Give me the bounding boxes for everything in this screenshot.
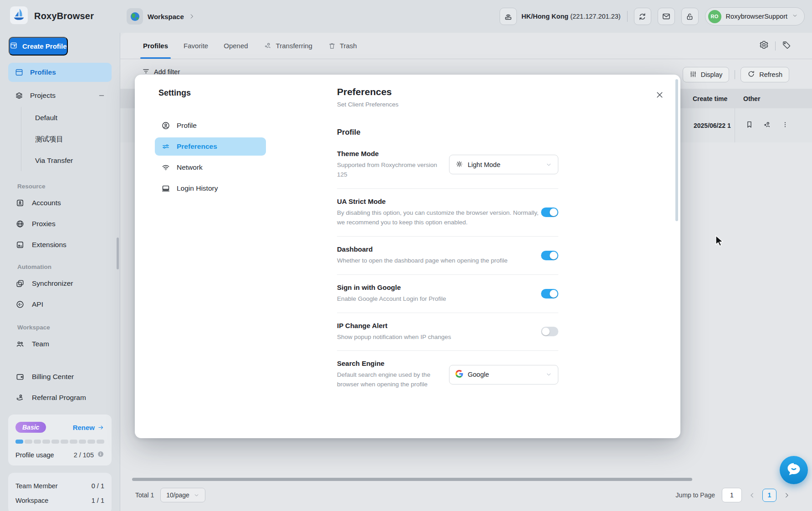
- sidebar-item-proxies[interactable]: Proxies: [8, 213, 112, 234]
- profile-tabs: Profiles Favorite Opened Transferring Tr…: [120, 33, 812, 59]
- tag-icon[interactable]: [782, 40, 791, 51]
- refresh-button[interactable]: Refresh: [741, 67, 789, 82]
- settings-nav-network[interactable]: Network: [155, 158, 266, 177]
- kebab-menu-icon[interactable]: [781, 121, 789, 131]
- gear-icon[interactable]: [759, 40, 769, 51]
- info-icon[interactable]: [97, 450, 104, 459]
- sidebar-item-extensions[interactable]: Extensions: [8, 234, 112, 255]
- row-actions: [745, 108, 789, 142]
- sun-icon: [455, 160, 463, 169]
- projects-collapse-icon[interactable]: [98, 92, 105, 99]
- ua-strict-mode-toggle[interactable]: [541, 207, 558, 217]
- dashboard-toggle[interactable]: [541, 251, 558, 260]
- chat-bubble-icon: [786, 461, 802, 479]
- transfer-user-icon[interactable]: [763, 120, 772, 131]
- mail-button[interactable]: [658, 8, 675, 25]
- pref-row-ip-change-alert: IP Change Alert Show popup notification …: [337, 313, 558, 351]
- profiles-icon: [15, 68, 24, 77]
- sidebar-item-synchronizer[interactable]: Synchronizer: [8, 273, 112, 294]
- create-profile-button[interactable]: Create Profile: [9, 37, 68, 56]
- bookmark-icon[interactable]: [745, 120, 754, 131]
- limit-value: 1 / 1: [92, 497, 104, 504]
- cell-create-time: 2025/06/22 1: [694, 108, 735, 142]
- page-size-value: 10/page: [166, 491, 189, 499]
- prev-page-icon[interactable]: [749, 492, 756, 499]
- section-label-workspace: Workspace: [17, 324, 120, 331]
- sidebar-item-label: Team: [32, 340, 49, 348]
- sign-in-google-toggle[interactable]: [541, 289, 558, 299]
- panel-subtitle: Set Client Preferences: [337, 101, 558, 108]
- preference-rows: Theme Mode Supported from Roxychrome ver…: [337, 141, 558, 398]
- sidebar-scrollbar[interactable]: [117, 238, 119, 269]
- sidebar-item-label: Accounts: [32, 199, 61, 207]
- current-page-button[interactable]: 1: [762, 489, 776, 502]
- tab-opened[interactable]: Opened: [224, 33, 248, 59]
- project-item-test[interactable]: 测试项目: [21, 128, 120, 150]
- search-engine-select[interactable]: Google: [449, 365, 558, 385]
- ip-change-alert-toggle[interactable]: [541, 327, 558, 336]
- settings-nav-label: Profile: [177, 121, 197, 130]
- footer-bar: Total 1 10/page Jump to Page 1: [120, 481, 812, 511]
- usage-value: 2 / 105: [74, 451, 94, 459]
- section-label-resource: Resource: [17, 183, 120, 190]
- app-title: RoxyBrowser: [34, 11, 94, 21]
- settings-nav-profile[interactable]: Profile: [155, 116, 266, 135]
- tab-label: Profiles: [143, 42, 168, 50]
- modal-scrollbar[interactable]: [675, 79, 678, 221]
- tab-label: Transferring: [276, 42, 312, 50]
- sidebar-item-team[interactable]: Team: [8, 334, 112, 354]
- pref-desc: Show popup notification when IP changes: [337, 333, 451, 342]
- tab-transferring[interactable]: Transferring: [264, 33, 312, 59]
- tab-trash[interactable]: Trash: [328, 33, 357, 59]
- project-item-via-transfer[interactable]: Via Transfer: [21, 150, 120, 171]
- sidebar-item-billing-center[interactable]: Billing Center: [8, 366, 112, 387]
- section-heading-profile: Profile: [337, 128, 558, 137]
- proxy-indicator[interactable]: HK/Hong Kong (221.127.201.23): [500, 8, 621, 25]
- cell-divider: [735, 108, 735, 142]
- settings-nav-preferences[interactable]: Preferences: [155, 137, 266, 156]
- tab-profiles[interactable]: Profiles: [143, 33, 168, 59]
- sidebar-item-accounts[interactable]: Accounts: [8, 192, 112, 213]
- display-button[interactable]: Display: [683, 67, 730, 82]
- sidebar-item-label: Extensions: [32, 241, 66, 249]
- tab-favorite[interactable]: Favorite: [184, 33, 208, 59]
- usage-label: Profile usage: [15, 451, 54, 459]
- close-icon[interactable]: [654, 89, 665, 100]
- settings-nav-login-history[interactable]: Login History: [155, 179, 266, 197]
- pref-label: IP Change Alert: [337, 322, 451, 329]
- sync-button[interactable]: [634, 8, 651, 25]
- workspace-switcher[interactable]: Workspace: [127, 8, 195, 25]
- settings-nav-label: Login History: [177, 184, 218, 192]
- sidebar-item-profiles[interactable]: Profiles: [8, 63, 112, 82]
- chevron-down-icon: [792, 12, 798, 20]
- column-header-create-time[interactable]: Create time: [693, 89, 727, 108]
- pref-label: Search Engine: [337, 359, 449, 367]
- sidebar-item-label: Projects: [30, 91, 56, 100]
- support-chat-button[interactable]: [780, 456, 808, 484]
- account-menu[interactable]: RO RoxybrowserSupport: [705, 7, 805, 25]
- horizontal-scrollbar[interactable]: [132, 478, 692, 481]
- limits-card: Team Member 0 / 1 Workspace 1 / 1: [8, 473, 112, 511]
- pref-label: Sign in with Google: [337, 283, 446, 291]
- user-transfer-icon: [264, 41, 272, 50]
- tab-label: Opened: [224, 42, 248, 50]
- trash-icon: [328, 42, 336, 50]
- chevron-down-icon: [546, 371, 552, 378]
- project-item-default[interactable]: Default: [21, 107, 120, 128]
- lock-button[interactable]: [681, 8, 699, 25]
- renew-link[interactable]: Renew: [73, 424, 104, 431]
- sidebar-item-referral-program[interactable]: Referral Program: [8, 387, 112, 408]
- sidebar-item-api[interactable]: API: [8, 294, 112, 315]
- sidebar-item-projects[interactable]: Projects: [8, 86, 112, 105]
- proxy-ip: (221.127.201.23): [570, 13, 620, 20]
- jump-to-page-input[interactable]: [722, 488, 742, 502]
- modal-title: Settings: [158, 88, 191, 98]
- refresh-label: Refresh: [759, 71, 782, 78]
- settings-modal: Settings Profile Preferences Ne: [135, 75, 680, 438]
- next-page-icon[interactable]: [783, 492, 790, 499]
- pref-row-ua-strict-mode: UA Strict Mode By disabling this option,…: [337, 189, 558, 237]
- theme-mode-select[interactable]: Light Mode: [449, 155, 558, 174]
- page-size-select[interactable]: 10/page: [160, 488, 205, 502]
- team-icon: [15, 339, 25, 349]
- column-header-other: Other: [743, 89, 760, 108]
